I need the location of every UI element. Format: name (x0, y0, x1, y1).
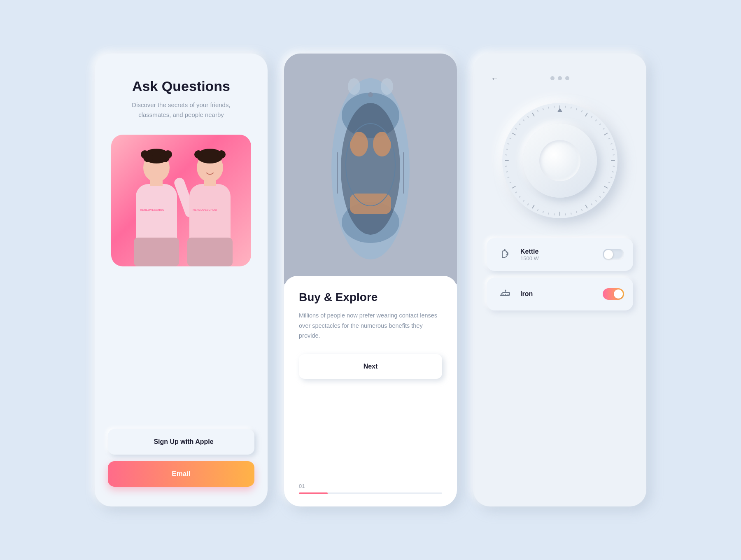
dial-tick (591, 116, 593, 118)
iron-icon (496, 285, 514, 303)
next-button[interactable]: Next (299, 354, 442, 379)
dial-tick (505, 154, 507, 156)
apple-signup-button[interactable]: Sign Up with Apple (108, 429, 254, 455)
dial-tick (507, 143, 509, 145)
progress-bar-fill (299, 492, 328, 494)
card-buy-explore: Buy & Explore Millions of people now pre… (284, 54, 457, 506)
dial-tick (571, 107, 572, 109)
svg-point-8 (164, 150, 172, 159)
iron-info: Iron (520, 290, 596, 298)
dial-tick (581, 209, 583, 211)
dial-tick (595, 119, 597, 121)
kettle-info: Kettle 1500 W (520, 248, 596, 261)
card2-description: Millions of people now prefer wearing co… (299, 310, 442, 341)
email-btn-label: Email (172, 470, 190, 478)
dial-tick (537, 209, 539, 211)
svg-point-30 (368, 92, 373, 97)
card1-subtitle: Discover the secrets of your friends,cla… (132, 100, 230, 120)
dial-tick (585, 112, 588, 117)
iron-name: Iron (520, 290, 596, 298)
dial-tick (507, 177, 509, 178)
dial-tick (506, 171, 508, 173)
dial-tick (612, 149, 614, 150)
iron-svg (499, 288, 510, 300)
dial-tick (603, 128, 605, 130)
iron-toggle-thumb (614, 289, 623, 299)
svg-text:HERLOVESCHOU: HERLOVESCHOU (193, 208, 217, 211)
dial-container[interactable] (487, 103, 633, 218)
card3-header: ← (487, 70, 633, 86)
dial-tick (519, 196, 521, 198)
svg-point-37 (503, 294, 504, 296)
dial-tick (595, 200, 597, 202)
dial-tick (576, 108, 577, 110)
back-icon: ← (491, 74, 499, 83)
dial-tick (515, 191, 517, 194)
card-smart-home: ← (473, 54, 646, 506)
dial-tick (611, 160, 615, 161)
dial-tick (613, 154, 615, 156)
svg-rect-26 (350, 194, 391, 214)
kettle-icon (496, 245, 514, 264)
email-signup-button[interactable]: Email (108, 461, 254, 487)
svg-point-7 (141, 150, 149, 159)
back-button[interactable]: ← (487, 70, 503, 86)
svg-point-36 (505, 290, 506, 291)
dial-tick (585, 205, 588, 209)
svg-point-39 (508, 294, 509, 296)
dial-tick (612, 171, 614, 173)
card1-title: Ask Questions (132, 78, 230, 94)
kettle-name: Kettle (520, 248, 596, 255)
dial-tick (505, 166, 507, 167)
dial-tick (543, 211, 544, 213)
dots-navigation (550, 76, 569, 80)
dial-tick (512, 133, 516, 135)
nav-dot-3 (565, 76, 569, 80)
kettle-toggle[interactable] (603, 249, 624, 260)
device-row-iron: Iron (487, 278, 633, 310)
dial-tick (554, 106, 555, 108)
dial-tick (599, 124, 601, 126)
dial-tick (591, 203, 593, 205)
kettle-toggle-thumb (604, 250, 613, 259)
dial-tick (604, 186, 608, 189)
kettle-svg (499, 249, 510, 260)
dial-tick (519, 124, 521, 126)
dial-tick (527, 203, 529, 205)
dial-tick (610, 177, 612, 178)
car-image (284, 54, 457, 284)
dial-tick (543, 108, 544, 110)
dial-tick (509, 182, 511, 184)
dial-tick (523, 200, 525, 202)
dial-tick (613, 166, 615, 167)
svg-point-31 (348, 78, 360, 95)
girls-illustration: HERLOVESCHOU HERLO (111, 135, 251, 266)
card2-title: Buy & Explore (299, 291, 442, 304)
svg-rect-12 (187, 238, 233, 266)
dial-tick (515, 128, 517, 130)
svg-point-23 (341, 103, 400, 235)
dial-outer-ring[interactable] (502, 103, 618, 218)
kettle-power: 1500 W (520, 255, 596, 261)
dial-tick (608, 182, 610, 184)
dial-tick (554, 213, 555, 215)
card1-buttons: Sign Up with Apple Email (108, 413, 254, 487)
dial-tick (608, 138, 610, 140)
dial-tick (565, 106, 566, 108)
dial-tick (548, 107, 549, 109)
svg-point-17 (217, 150, 226, 159)
svg-point-32 (381, 78, 393, 95)
card1-hero-image: HERLOVESCHOU HERLO (111, 135, 251, 266)
dial-tick (505, 160, 509, 161)
dial-tick (506, 149, 508, 150)
svg-point-16 (194, 150, 203, 159)
card-ask-questions: Ask Questions Discover the secrets of yo… (95, 54, 268, 506)
progress-label: 01 (299, 483, 442, 489)
progress-section: 01 (299, 483, 442, 494)
dial-tick (571, 212, 572, 215)
dial-tick (512, 186, 516, 189)
iron-toggle[interactable] (603, 288, 624, 300)
progress-bar-background (299, 492, 442, 494)
dial-tick (610, 143, 612, 145)
next-btn-label: Next (364, 363, 378, 370)
